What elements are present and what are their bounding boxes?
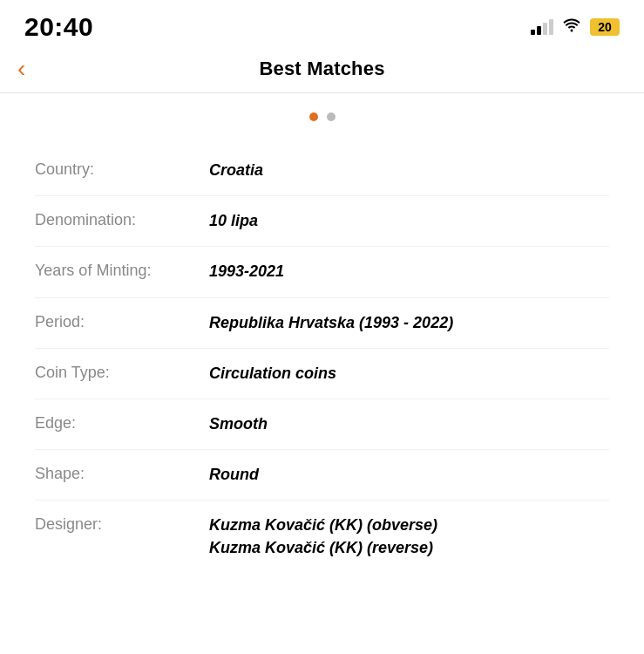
signal-bar-1 [531, 30, 535, 35]
battery-level: 20 [598, 20, 612, 34]
detail-row: Designer:Kuzma Kovačić (KK) (obverse) Ku… [35, 501, 609, 572]
dot-2[interactable] [327, 112, 336, 121]
status-time: 20:40 [24, 12, 93, 42]
detail-value: Kuzma Kovačić (KK) (obverse) Kuzma Kovač… [209, 514, 609, 558]
wifi-icon [562, 18, 581, 37]
detail-row: Period:Republika Hrvatska (1993 - 2022) [35, 298, 609, 349]
signal-bar-3 [543, 23, 547, 35]
detail-row: Denomination:10 lipa [35, 196, 609, 247]
battery-badge: 20 [590, 18, 620, 36]
detail-label: Denomination: [35, 210, 209, 229]
detail-value: Circulation coins [209, 363, 609, 385]
nav-bar: ‹ Best Matches [0, 49, 644, 93]
detail-label: Edge: [35, 413, 209, 433]
detail-value: 10 lipa [209, 210, 609, 232]
detail-value: Republika Hrvatska (1993 - 2022) [209, 312, 609, 334]
signal-icon [531, 19, 553, 35]
detail-label: Country: [35, 160, 209, 179]
detail-value: Round [209, 464, 609, 486]
detail-label: Shape: [35, 464, 209, 483]
pagination-dots [0, 93, 644, 137]
detail-row: Country:Croatia [35, 146, 609, 196]
detail-label: Coin Type: [35, 363, 209, 382]
status-bar: 20:40 20 [0, 0, 644, 49]
detail-row: Years of Minting:1993-2021 [35, 247, 609, 297]
status-icons: 20 [531, 18, 620, 37]
detail-row: Shape:Round [35, 450, 609, 501]
page-title: Best Matches [259, 58, 384, 80]
detail-value: Smooth [209, 413, 609, 435]
detail-value: 1993-2021 [209, 261, 609, 283]
details-container: Country:CroatiaDenomination:10 lipaYears… [0, 137, 644, 599]
detail-label: Period: [35, 312, 209, 331]
signal-bar-2 [537, 26, 541, 35]
detail-row: Edge:Smooth [35, 399, 609, 450]
detail-value: Croatia [209, 160, 609, 181]
detail-row: Coin Type:Circulation coins [35, 349, 609, 399]
dot-1[interactable] [309, 112, 318, 121]
detail-label: Designer: [35, 514, 209, 534]
back-button[interactable]: ‹ [17, 57, 25, 81]
detail-label: Years of Minting: [35, 261, 209, 280]
signal-bar-4 [549, 19, 553, 35]
